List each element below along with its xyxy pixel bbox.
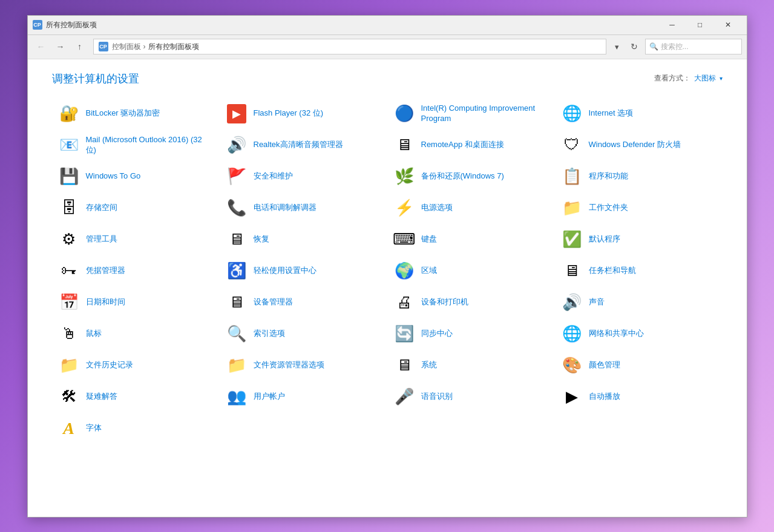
- list-item[interactable]: ▶自动播放: [555, 381, 723, 413]
- minimize-button[interactable]: ─: [658, 15, 686, 34]
- item-icon: ▶: [561, 386, 583, 408]
- list-item[interactable]: 📁文件历史记录: [52, 350, 220, 381]
- breadcrumb-controlpanel[interactable]: 控制面板: [112, 42, 141, 52]
- list-item[interactable]: 🌿备份和还原(Windows 7): [387, 161, 555, 192]
- refresh-button[interactable]: ↻: [626, 38, 643, 55]
- list-item[interactable]: 📞电话和调制解调器: [220, 192, 387, 224]
- item-label: 程序和功能: [589, 171, 628, 182]
- item-icon: 🖱: [58, 323, 80, 345]
- item-label: 系统: [421, 360, 437, 370]
- item-icon: 📁: [58, 355, 80, 376]
- list-item[interactable]: 🖥系统: [387, 350, 555, 381]
- list-item[interactable]: 🌐Internet 选项: [555, 98, 723, 130]
- item-icon: ⚙: [58, 229, 80, 251]
- item-label: 文件历史记录: [86, 360, 133, 370]
- item-icon: 📅: [58, 292, 80, 314]
- item-label: 管理工具: [86, 234, 117, 245]
- address-bar: CP 控制面板 › 所有控制面板项: [93, 39, 606, 54]
- list-item[interactable]: 🌐网络和共享中心: [555, 318, 723, 350]
- list-item[interactable]: 📋程序和功能: [555, 161, 723, 192]
- item-icon: 📁: [561, 197, 583, 219]
- item-label: BitLocker 驱动器加密: [86, 108, 160, 119]
- item-icon: 🌐: [561, 323, 583, 345]
- item-label: 设备和打印机: [421, 297, 468, 307]
- list-item[interactable]: 📁工作文件夹: [555, 192, 723, 224]
- list-item[interactable]: 📁文件资源管理器选项: [220, 350, 387, 381]
- item-label: Flash Player (32 位): [254, 108, 324, 119]
- list-item[interactable]: ⚡电源选项: [387, 192, 555, 224]
- list-item[interactable]: ♿轻松使用设置中心: [220, 255, 387, 287]
- list-item[interactable]: 🖥RemoteApp 和桌面连接: [387, 130, 555, 161]
- item-label: 电话和调制解调器: [254, 203, 316, 213]
- close-button[interactable]: ✕: [714, 15, 742, 34]
- list-item[interactable]: 🎤语音识别: [387, 381, 555, 413]
- breadcrumb-sep: ›: [143, 42, 146, 51]
- item-icon: 🗄: [58, 197, 80, 219]
- item-icon: 🔵: [393, 103, 415, 125]
- item-label: Mail (Microsoft Outlook 2016) (32 位): [86, 135, 214, 156]
- window-icon: CP: [33, 20, 42, 30]
- items-grid: 🔐BitLocker 驱动器加密▶Flash Player (32 位)🔵Int…: [52, 98, 723, 444]
- list-item[interactable]: 🔊声音: [555, 287, 723, 318]
- list-item[interactable]: 📧Mail (Microsoft Outlook 2016) (32 位): [52, 130, 220, 161]
- address-dropdown-button[interactable]: ▾: [611, 39, 623, 54]
- item-icon: 🎨: [561, 355, 583, 376]
- item-label: 疑难解答: [86, 392, 117, 402]
- back-button[interactable]: ←: [33, 38, 50, 55]
- item-icon: 🛠: [58, 386, 80, 408]
- list-item[interactable]: ✅默认程序: [555, 224, 723, 255]
- list-item[interactable]: 🖱鼠标: [52, 318, 220, 350]
- item-icon: 🛡: [561, 134, 583, 156]
- item-label: 安全和维护: [254, 171, 293, 182]
- list-item[interactable]: 📅日期和时间: [52, 287, 220, 318]
- list-item[interactable]: 👥用户帐户: [220, 381, 387, 413]
- search-icon: 🔍: [649, 42, 658, 51]
- list-item[interactable]: 🖥任务栏和导航: [555, 255, 723, 287]
- item-icon: 🖥: [561, 260, 583, 282]
- list-item[interactable]: 🗄存储空间: [52, 192, 220, 224]
- item-label: 网络和共享中心: [589, 329, 644, 339]
- list-item[interactable]: 💾Windows To Go: [52, 161, 220, 192]
- item-icon: 🔊: [561, 292, 583, 314]
- view-mode-button[interactable]: 大图标: [694, 73, 716, 84]
- list-item[interactable]: ⌨键盘: [387, 224, 555, 255]
- forward-button[interactable]: →: [52, 38, 69, 55]
- item-label: 语音识别: [421, 392, 453, 402]
- list-item[interactable]: 🖥恢复: [220, 224, 387, 255]
- view-chevron-icon[interactable]: ▾: [720, 75, 723, 82]
- list-item[interactable]: 🖥设备管理器: [220, 287, 387, 318]
- item-icon: 🖥: [393, 355, 415, 376]
- list-item[interactable]: ▶Flash Player (32 位): [220, 98, 387, 130]
- list-item[interactable]: A字体: [52, 413, 220, 444]
- list-item[interactable]: 🗝凭据管理器: [52, 255, 220, 287]
- up-button[interactable]: ↑: [71, 38, 88, 55]
- list-item[interactable]: 🚩安全和维护: [220, 161, 387, 192]
- list-item[interactable]: 🖨设备和打印机: [387, 287, 555, 318]
- page-title: 调整计算机的设置: [52, 71, 139, 86]
- list-item[interactable]: 🎨颜色管理: [555, 350, 723, 381]
- list-item[interactable]: ⚙管理工具: [52, 224, 220, 255]
- maximize-button[interactable]: □: [686, 15, 714, 34]
- list-item[interactable]: 🔵Intel(R) Computing Improvement Program: [387, 98, 555, 130]
- item-label: 自动播放: [589, 392, 620, 402]
- list-item[interactable]: 🔍索引选项: [220, 318, 387, 350]
- list-item[interactable]: 🛡Windows Defender 防火墙: [555, 130, 723, 161]
- item-icon: ⌨: [393, 229, 415, 251]
- item-label: RemoteApp 和桌面连接: [421, 140, 504, 150]
- item-label: 同步中心: [421, 329, 453, 339]
- list-item[interactable]: 🔄同步中心: [387, 318, 555, 350]
- list-item[interactable]: 🌍区域: [387, 255, 555, 287]
- list-item[interactable]: 🔊Realtek高清晰音频管理器: [220, 130, 387, 161]
- search-box[interactable]: 🔍 搜索控...: [645, 39, 742, 54]
- list-item[interactable]: 🔐BitLocker 驱动器加密: [52, 98, 220, 130]
- item-icon: 🖥: [393, 134, 415, 156]
- page-header: 调整计算机的设置 查看方式： 大图标 ▾: [52, 71, 723, 86]
- item-icon: 🖥: [226, 292, 248, 314]
- view-label: 查看方式：: [654, 73, 690, 84]
- list-item[interactable]: 🛠疑难解答: [52, 381, 220, 413]
- item-label: Internet 选项: [589, 108, 634, 119]
- item-icon: ⚡: [393, 197, 415, 219]
- content-area: 调整计算机的设置 查看方式： 大图标 ▾ 🔐BitLocker 驱动器加密▶Fl…: [28, 59, 747, 517]
- item-icon: 📞: [226, 197, 248, 219]
- item-icon: 📋: [561, 166, 583, 188]
